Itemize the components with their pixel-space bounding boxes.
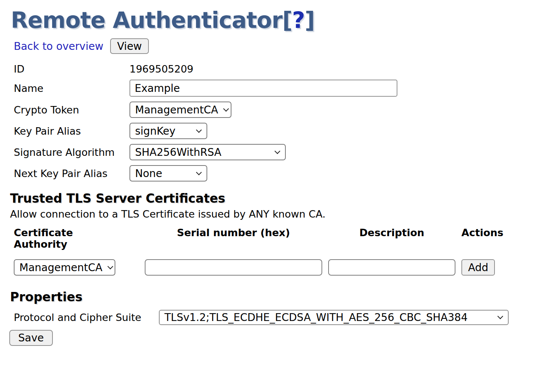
authenticator-form: ID 1969505209 Name Crypto Token Manageme… (10, 63, 544, 181)
table-row: ManagementCA Add (14, 259, 544, 276)
signature-algorithm-selected-value: SHA256WithRSA (135, 146, 221, 158)
crypto-token-label: Crypto Token (14, 104, 129, 116)
protocol-cipher-suite-select[interactable]: TLSv1.2;TLS_ECDHE_ECDSA_WITH_AES_256_CBC… (159, 310, 509, 325)
page-title-text: Remote Authenticator (11, 7, 282, 33)
form-row-next-key-pair-alias: Next Key Pair Alias None (14, 165, 544, 181)
id-label: ID (14, 63, 129, 75)
chevron-down-icon (223, 106, 229, 112)
add-button[interactable]: Add (461, 259, 495, 276)
name-input[interactable] (129, 80, 397, 97)
form-row-name: Name (14, 80, 544, 97)
chevron-down-icon (108, 263, 113, 269)
trusted-tls-subtitle: Allow connection to a TLS Certificate is… (10, 208, 544, 220)
description-input[interactable] (328, 259, 455, 276)
key-pair-alias-select[interactable]: signKey (129, 123, 207, 139)
save-button[interactable]: Save (9, 330, 53, 346)
serial-number-input[interactable] (145, 259, 322, 276)
form-row-protocol-cipher-suite: Protocol and Cipher Suite TLSv1.2;TLS_EC… (14, 310, 544, 325)
trusted-tls-table-header: Certificate Authority Serial number (hex… (14, 227, 544, 250)
id-value: 1969505209 (129, 63, 193, 75)
next-key-pair-alias-select[interactable]: None (129, 165, 207, 181)
certificate-authority-cell: ManagementCA (14, 259, 115, 276)
chevron-down-icon (497, 314, 503, 319)
properties-heading: Properties (10, 290, 544, 304)
protocol-cipher-suite-selected-value: TLSv1.2;TLS_ECDHE_ECDSA_WITH_AES_256_CBC… (164, 311, 468, 324)
form-row-signature-algorithm: Signature Algorithm SHA256WithRSA (14, 144, 544, 160)
trusted-tls-heading: Trusted TLS Server Certificates (10, 191, 544, 206)
next-key-pair-alias-label: Next Key Pair Alias (14, 168, 129, 179)
view-button[interactable]: View (110, 38, 149, 54)
column-header-actions: Actions (461, 227, 507, 250)
form-row-key-pair-alias: Key Pair Alias signKey (14, 123, 544, 139)
signature-algorithm-label: Signature Algorithm (14, 147, 129, 158)
form-row-id: ID 1969505209 (14, 63, 544, 75)
crypto-token-select[interactable]: ManagementCA (129, 102, 231, 118)
certificate-authority-select[interactable]: ManagementCA (14, 259, 115, 276)
column-header-description: Description (328, 227, 455, 250)
description-cell (328, 259, 455, 276)
key-pair-alias-label: Key Pair Alias (14, 125, 129, 137)
chevron-down-icon (275, 148, 281, 154)
name-label: Name (14, 83, 129, 94)
chevron-down-icon (196, 169, 202, 175)
back-to-overview-link[interactable]: Back to overview (14, 40, 103, 52)
column-header-serial-number: Serial number (hex) (145, 227, 322, 250)
serial-number-cell (145, 259, 322, 276)
page-title: Remote Authenticator[?] (11, 7, 544, 33)
chevron-down-icon (196, 127, 202, 133)
help-link[interactable]: ? (292, 7, 305, 33)
key-pair-alias-selected-value: signKey (135, 125, 176, 137)
crypto-token-selected-value: ManagementCA (135, 104, 218, 116)
protocol-cipher-suite-label: Protocol and Cipher Suite (14, 312, 159, 323)
help-bracket-close: ] (305, 7, 314, 33)
help-bracket-open: [ (282, 7, 292, 33)
actions-cell: Add (461, 259, 507, 276)
next-key-pair-alias-selected-value: None (135, 167, 162, 180)
signature-algorithm-select[interactable]: SHA256WithRSA (129, 144, 286, 160)
column-header-certificate-authority: Certificate Authority (14, 227, 115, 250)
nav-row: Back to overview View (14, 38, 544, 54)
certificate-authority-selected-value: ManagementCA (19, 261, 102, 274)
form-row-crypto-token: Crypto Token ManagementCA (14, 102, 544, 118)
